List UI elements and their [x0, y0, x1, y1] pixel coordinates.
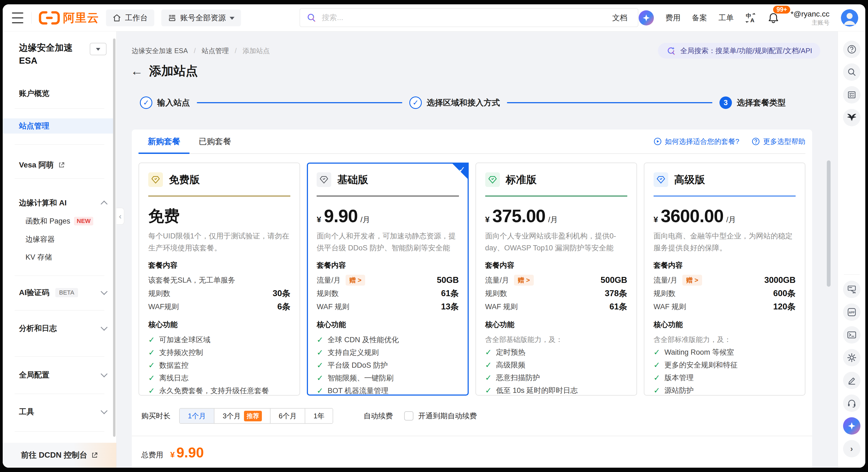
plan-description: 面向个人专业网站或非盈利机构，提供0-day、OWASP Top10 漏洞防护等…	[485, 230, 627, 254]
step-2-check-icon: ✓	[409, 96, 422, 109]
main-scrollbar[interactable]	[827, 160, 831, 287]
check-icon: ✓	[148, 335, 155, 344]
sidebar-item-edge-container[interactable]: 边缘容器	[26, 234, 106, 244]
gift-badge[interactable]: 赠 >	[514, 275, 534, 286]
feedback-pencil-icon[interactable]	[843, 372, 860, 389]
account-info[interactable]: *@ryanc.cc 主账号	[790, 9, 830, 27]
account-resources-dropdown[interactable]: 账号全部资源	[161, 9, 241, 26]
breadcrumb-separator: /	[194, 47, 196, 55]
check-icon: ✓	[485, 360, 492, 370]
gem-icon	[317, 172, 331, 187]
auto-renew-option-label: 开通到期自动续费	[418, 411, 477, 421]
plan-content-label: 套餐内容	[317, 260, 459, 270]
plan-content-label: 套餐内容	[485, 260, 627, 270]
step-1-label: 输入站点	[157, 97, 190, 108]
feature-item: ✓离线日志	[148, 372, 290, 384]
icp-link[interactable]: 备案	[692, 13, 707, 23]
gift-badge[interactable]: 赠 >	[346, 275, 365, 286]
feature-item: ✓BOT 机器流量管理	[317, 384, 459, 397]
duration-option-3months[interactable]: 3个月 推荐	[214, 409, 270, 423]
plan-card-standard[interactable]: 标准版 ¥ 375.00 /月 面向个人专业网站或非盈利机构，提供0-day、O…	[475, 163, 637, 396]
sidebar-section-ai-captcha[interactable]: AI验证码 BETA	[19, 287, 106, 298]
breadcrumb-current: 添加站点	[243, 46, 270, 55]
breadcrumb-esa[interactable]: 边缘安全加速 ESA	[132, 46, 188, 55]
plan-accent-divider	[485, 196, 627, 196]
chevron-down-icon	[100, 324, 107, 331]
sidebar-item-site-management[interactable]: 站点管理	[3, 118, 114, 133]
divider	[132, 436, 812, 436]
check-icon: ✓	[148, 360, 155, 370]
goto-dcdn-console-link[interactable]: 前往 DCDN 控制台	[3, 443, 116, 468]
feature-item: ✓低至 10s 延时的即时日志	[485, 384, 627, 397]
plan-row: WAF规则 6条	[148, 300, 290, 313]
settings-gear-icon[interactable]	[843, 349, 860, 366]
gift-badge[interactable]: 赠 >	[682, 275, 702, 286]
avatar[interactable]	[841, 9, 858, 27]
product-switch-dropdown[interactable]	[90, 43, 106, 55]
search-input[interactable]	[321, 13, 631, 22]
duration-option-1month[interactable]: 1个月	[180, 409, 214, 423]
plan-card-free[interactable]: 免费版 免费 每个UID限领1个，仅用于测试验证，请勿在生产环境使用该套餐。 套…	[138, 163, 300, 396]
plan-content-label: 套餐内容	[148, 260, 290, 270]
sidebar-collapse-handle[interactable]: ‹	[117, 208, 124, 225]
alibaba-cloud-logo[interactable]: 阿里云	[39, 10, 99, 26]
workbench-button[interactable]: 工作台	[106, 9, 154, 26]
plan-features-label: 核心功能	[317, 320, 459, 329]
plan-card-premium[interactable]: 高级版 ¥ 3600.00 /月 面向电商、金融等中型企业，为网站的稳定服务提供…	[644, 163, 805, 396]
plan-accent-divider	[148, 196, 290, 196]
sidebar-item-vesa[interactable]: Vesa 阿萌	[19, 160, 106, 170]
back-arrow-icon[interactable]: ←	[131, 65, 143, 77]
hamburger-menu-icon[interactable]	[12, 11, 24, 25]
ai-assistant-icon[interactable]	[639, 10, 654, 26]
plan-period: /月	[360, 215, 370, 225]
more-help-link[interactable]: 更多选型帮助	[752, 137, 805, 146]
sidebar-item-functions-pages[interactable]: 函数和 Pages NEW	[26, 216, 106, 226]
language-switch-icon[interactable]: 中 A	[745, 12, 756, 24]
terminal-icon[interactable]	[843, 326, 860, 344]
duration-option-6months[interactable]: 6个月	[270, 409, 305, 423]
plan-name: 免费版	[169, 173, 200, 187]
global-search-pill[interactable]: 全局搜索：搜菜单/功能/规则配置/文档/API	[658, 43, 820, 59]
ai-assistant-icon[interactable]	[843, 417, 860, 435]
check-icon: ✓	[654, 373, 660, 382]
notifications-bell[interactable]: 99+	[768, 12, 779, 24]
search-icon	[307, 13, 316, 23]
duration-option-1year[interactable]: 1年	[305, 409, 332, 423]
tab-new-plan[interactable]: 新购套餐	[138, 129, 189, 153]
plan-card-basic[interactable]: ✓ 基础版 ¥ 9.90	[307, 163, 468, 396]
auto-renew-checkbox[interactable]	[404, 411, 413, 420]
plan-row: WAF 规则 13条	[317, 300, 459, 313]
feature-item: ✓全球 CDN 及性能优化	[317, 333, 459, 346]
tab-owned-plan[interactable]: 已购套餐	[189, 129, 241, 153]
check-icon: ✓	[148, 373, 155, 383]
sidebar-section-global-config[interactable]: 全局配置	[19, 370, 106, 380]
feature-item: ✓恶意扫描防护	[485, 371, 627, 384]
check-icon: ✓	[485, 373, 492, 382]
collapse-rail-icon[interactable]: ›	[843, 440, 860, 458]
plan-accent-divider	[654, 196, 796, 196]
sidebar-section-tools[interactable]: 工具	[19, 407, 106, 417]
sidebar-section-edge-computing[interactable]: 边缘计算和 AI	[19, 198, 106, 208]
how-to-choose-link[interactable]: 如何选择适合您的套餐?	[654, 137, 739, 146]
sidebar-scrollbar[interactable]	[113, 38, 116, 437]
help-icon[interactable]	[843, 41, 860, 58]
sidebar-item-kv-storage[interactable]: KV 存储	[26, 252, 106, 262]
plan-period: /月	[548, 215, 558, 225]
console-guide-icon[interactable]	[843, 281, 860, 298]
plan-price: 9.90	[324, 206, 358, 226]
sidebar-section-analytics-logs[interactable]: 分析和日志	[19, 323, 106, 334]
docs-link[interactable]: 文档	[612, 13, 627, 23]
support-headset-icon[interactable]	[843, 395, 860, 412]
step-3-number: 3	[719, 96, 732, 109]
sidebar-item-overview[interactable]: 账户概览	[19, 88, 106, 99]
billing-link[interactable]: 费用	[665, 13, 680, 23]
account-resources-label: 账号全部资源	[180, 13, 226, 23]
plan-features-label: 核心功能	[485, 320, 627, 329]
chevron-down-icon	[100, 407, 107, 414]
app-icon[interactable]: APP	[843, 304, 860, 321]
breadcrumb-site-management[interactable]: 站点管理	[202, 46, 229, 55]
ticket-link[interactable]: 工单	[718, 13, 734, 23]
search-icon[interactable]	[843, 63, 860, 81]
bird-icon[interactable]	[843, 109, 860, 126]
survey-icon[interactable]	[843, 86, 860, 103]
